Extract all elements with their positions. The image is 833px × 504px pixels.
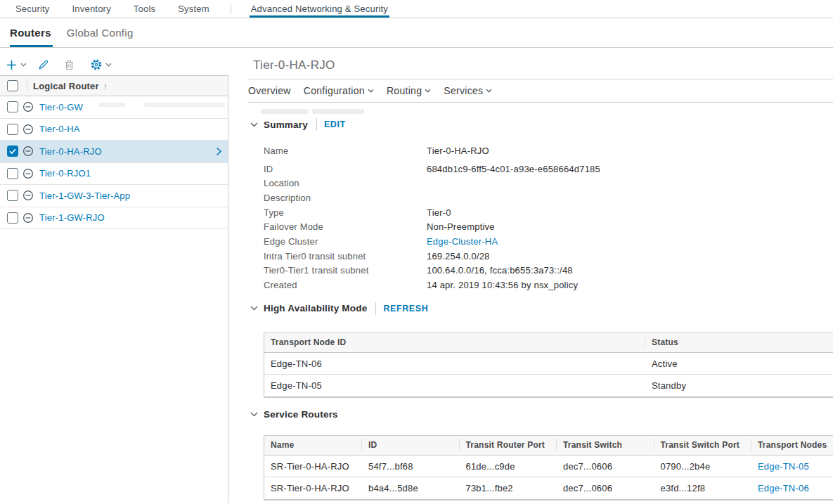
router-grid-header: Logical Router ↑ xyxy=(0,76,228,96)
router-link[interactable]: Tier-1-GW-3-Tier-App xyxy=(39,190,130,201)
router-row-tier-0-rjo1[interactable]: Tier-0-RJO1 xyxy=(0,163,228,186)
column-header-transport-nodes[interactable]: Transport Nodes xyxy=(751,440,833,450)
ha-table: Transport Node IDStatusEdge-TN-06ActiveE… xyxy=(264,332,833,398)
edit-button[interactable]: EDIT xyxy=(324,119,346,129)
field-row-edge-cluster: Edge ClusterEdge-Cluster-HA xyxy=(264,234,833,249)
router-row-tier-0-ha-rjo[interactable]: Tier-0-HA-RJO xyxy=(0,141,228,163)
column-header-transit-switch[interactable]: Transit Switch xyxy=(557,440,654,450)
edit-button[interactable] xyxy=(38,59,49,70)
top-nav-item-tools[interactable]: Tools xyxy=(132,0,157,18)
refresh-button[interactable]: REFRESH xyxy=(383,304,428,314)
row-checkbox[interactable] xyxy=(7,124,18,135)
top-nav-item-security[interactable]: Security xyxy=(14,0,51,18)
router-list: Tier-0-GWTier-0-HATier-0-HA-RJOTier-0-RJ… xyxy=(0,96,228,229)
section-divider xyxy=(316,118,317,131)
transport-node-link[interactable]: Edge-TN-05 xyxy=(751,461,833,472)
table-row: Edge-TN-06Active xyxy=(264,353,833,375)
summary-section-header: Summary EDIT xyxy=(250,117,833,131)
router-link[interactable]: Tier-0-RJO1 xyxy=(39,168,91,179)
top-nav-item-inventory[interactable]: Inventory xyxy=(71,0,112,18)
top-nav-item-system[interactable]: System xyxy=(176,0,211,18)
select-all-checkbox[interactable] xyxy=(7,80,18,91)
top-nav-item-advanced-networking-security[interactable]: Advanced Networking & Security xyxy=(250,0,389,18)
table-row: Edge-TN-05Standby xyxy=(264,375,833,397)
column-header-name[interactable]: Name xyxy=(264,440,362,450)
table-cell: 0790...2b4e xyxy=(654,461,752,472)
body: Logical Router ↑ Tier-0-GWTier-0-HATier-… xyxy=(0,48,833,503)
router-link[interactable]: Tier-1-GW-RJO xyxy=(39,212,105,223)
detail-tab-overview[interactable]: Overview xyxy=(248,85,291,96)
router-row-tier-0-gw[interactable]: Tier-0-GW xyxy=(0,96,228,119)
caret-down-icon[interactable] xyxy=(20,63,27,67)
tab-label: Configuration xyxy=(304,85,365,96)
table-cell: dec7...0606 xyxy=(557,461,654,472)
column-header-id[interactable]: ID xyxy=(362,440,460,450)
column-header-transit-switch-port[interactable]: Transit Switch Port xyxy=(654,440,752,450)
router-row-tier-1-gw-3-tier-app[interactable]: Tier-1-GW-3-Tier-App xyxy=(0,185,228,207)
field-label: Created xyxy=(264,280,427,290)
exclude-icon[interactable] xyxy=(22,101,34,112)
router-link[interactable]: Tier-0-HA-RJO xyxy=(39,146,102,157)
router-row-tier-1-gw-rjo[interactable]: Tier-1-GW-RJO xyxy=(0,207,228,230)
table-header-row: NameIDTransit Router PortTransit SwitchT… xyxy=(264,436,833,455)
exclude-icon[interactable] xyxy=(22,124,34,135)
exclude-icon[interactable] xyxy=(22,146,34,157)
exclude-icon[interactable] xyxy=(22,168,34,179)
detail-tab-services[interactable]: Services xyxy=(444,85,492,96)
router-row-tier-0-ha[interactable]: Tier-0-HA xyxy=(0,119,228,141)
field-label: Type xyxy=(264,207,427,218)
column-header-transport-node-id[interactable]: Transport Node ID xyxy=(264,337,645,347)
exclude-icon[interactable] xyxy=(22,190,34,201)
settings-button[interactable] xyxy=(91,59,112,70)
render-artifact xyxy=(261,109,309,114)
service-routers-section-header: Service Routers xyxy=(250,408,833,422)
field-value[interactable]: Edge-Cluster-HA xyxy=(427,236,498,247)
tab-global-config[interactable]: Global Config xyxy=(67,18,134,47)
table-cell: SR-Tier-0-HA-RJO xyxy=(264,461,362,472)
column-header-transit-router-port[interactable]: Transit Router Port xyxy=(460,440,557,450)
render-artifact xyxy=(312,109,364,114)
row-checkbox[interactable] xyxy=(7,212,18,224)
table-header-row: Transport Node IDStatus xyxy=(264,333,833,353)
tab-label: Overview xyxy=(248,85,291,96)
top-nav: SecurityInventoryToolsSystemAdvanced Net… xyxy=(0,0,833,18)
section-divider xyxy=(375,302,376,315)
tab-routers[interactable]: Routers xyxy=(10,18,51,47)
trash-icon xyxy=(64,59,75,70)
collapse-chevron-icon[interactable] xyxy=(250,306,258,311)
row-checkbox[interactable] xyxy=(7,146,18,157)
detail-tab-configuration[interactable]: Configuration xyxy=(304,85,374,96)
sidebar: Logical Router ↑ Tier-0-GWTier-0-HATier-… xyxy=(0,48,228,503)
field-row-name: NameTier-0-HA-RJO xyxy=(264,143,833,158)
sort-asc-icon[interactable]: ↑ xyxy=(103,81,108,91)
field-label: ID xyxy=(264,164,427,174)
plus-icon xyxy=(6,60,17,70)
collapse-chevron-icon[interactable] xyxy=(250,412,258,417)
field-label: Failover Mode xyxy=(264,221,427,232)
collapse-chevron-icon[interactable] xyxy=(250,122,258,127)
row-checkbox[interactable] xyxy=(7,101,18,112)
page-title-wrap: Tier-0-HA-RJO xyxy=(247,48,833,79)
header-divider xyxy=(27,79,27,92)
caret-down-icon[interactable] xyxy=(105,63,112,67)
transport-node-link[interactable]: Edge-TN-06 xyxy=(751,483,833,493)
row-checkbox[interactable] xyxy=(7,168,18,179)
ha-section-title: High Availability Mode xyxy=(264,303,367,314)
add-button[interactable] xyxy=(6,60,27,70)
row-checkbox[interactable] xyxy=(7,190,18,201)
summary-fields: NameTier-0-HA-RJOID684db1c9-6ff5-4c01-a9… xyxy=(250,143,833,292)
caret-down-icon xyxy=(486,89,492,93)
router-link[interactable]: Tier-0-HA xyxy=(39,124,80,134)
exclude-icon[interactable] xyxy=(22,212,34,224)
render-artifact xyxy=(144,103,225,107)
field-label: Edge Cluster xyxy=(264,236,427,247)
table-cell: 73b1...fbe2 xyxy=(460,483,557,493)
service-routers-table: NameIDTransit Router PortTransit SwitchT… xyxy=(264,435,833,500)
field-row-tier0-tier1-transit-subnet: Tier0-Tier1 transit subnet100.64.0.0/16,… xyxy=(264,264,833,278)
column-header-status[interactable]: Status xyxy=(645,337,833,347)
gear-icon xyxy=(91,59,102,70)
caret-down-icon xyxy=(368,89,374,93)
router-link[interactable]: Tier-0-GW xyxy=(39,102,83,112)
column-header-logical-router[interactable]: Logical Router xyxy=(33,81,99,91)
detail-tab-routing[interactable]: Routing xyxy=(387,85,431,96)
